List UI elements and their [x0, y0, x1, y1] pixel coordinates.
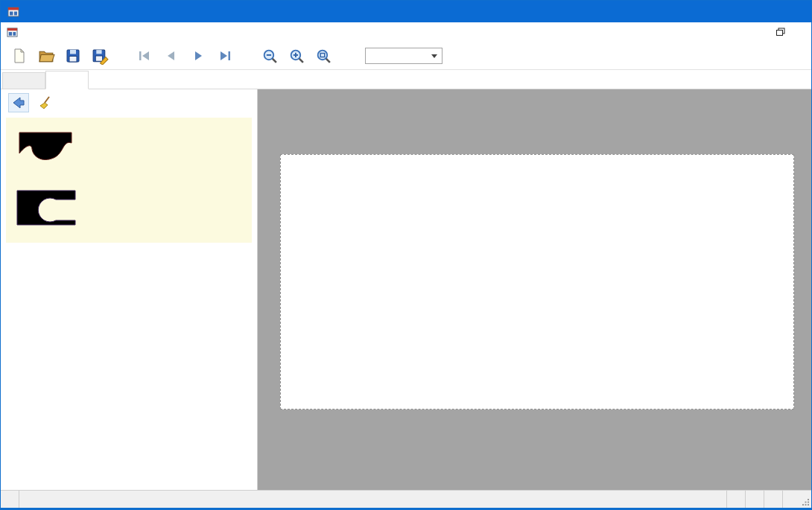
next-arrow-icon: [190, 48, 206, 64]
save-icon: [65, 48, 81, 64]
grip-icon: [802, 499, 810, 506]
plate[interactable]: [280, 154, 794, 409]
broom-icon: [38, 95, 53, 110]
mdi-minimize-button[interactable]: [752, 25, 768, 40]
previous-arrow-icon: [163, 48, 180, 64]
mdi-restore-button[interactable]: [771, 25, 787, 40]
new-button[interactable]: [8, 45, 31, 67]
status-size: [745, 491, 764, 508]
tab-drawings[interactable]: [45, 71, 89, 89]
menu-nest[interactable]: [75, 29, 89, 36]
tab-plates[interactable]: [2, 72, 45, 89]
last-arrow-icon: [217, 48, 233, 64]
mdi-window-controls: [752, 25, 811, 40]
save-as-icon: [92, 48, 109, 65]
zoom-in-button[interactable]: [285, 45, 308, 67]
menubar: [1, 22, 811, 42]
status-mode: [1, 491, 19, 508]
app-window: [0, 0, 812, 510]
document-icon: [7, 27, 18, 38]
titlebar: [1, 1, 811, 22]
menu-view[interactable]: [48, 29, 62, 36]
engine-select[interactable]: [365, 48, 443, 64]
zoom-fit-icon: [315, 48, 332, 65]
drawing-list: [6, 118, 252, 243]
back-arrow-icon: [11, 95, 26, 110]
resize-grip[interactable]: [801, 491, 811, 508]
minimize-button[interactable]: [708, 1, 743, 22]
auto-nest-button[interactable]: [448, 52, 463, 60]
purple-part-shape: [14, 186, 78, 229]
main-area: [1, 89, 811, 490]
zoom-out-button[interactable]: [258, 45, 281, 67]
nest-canvas[interactable]: [258, 89, 811, 490]
chevron-down-icon: [431, 54, 437, 58]
tabstrip: [1, 70, 811, 89]
zoom-out-icon: [261, 48, 279, 65]
save-as-button[interactable]: [89, 45, 111, 67]
drawing-item-uhmw-guide[interactable]: [10, 183, 247, 229]
maximize-button[interactable]: [743, 1, 777, 22]
status-location: [19, 491, 37, 508]
last-plate-button[interactable]: [214, 45, 236, 67]
menu-plate[interactable]: [89, 29, 102, 36]
first-arrow-icon: [136, 48, 153, 64]
drawing-item-extraction-pipe-holder[interactable]: [10, 125, 247, 171]
restore-icon: [776, 30, 783, 36]
zoom-in-icon: [288, 48, 305, 65]
zoom-fit-button[interactable]: [312, 45, 334, 67]
statusbar: [1, 490, 811, 508]
menu-edit[interactable]: [35, 29, 48, 36]
mdi-close-button[interactable]: [790, 25, 807, 40]
menu-window[interactable]: [102, 29, 115, 36]
new-file-icon: [11, 48, 28, 64]
status-qty: [764, 491, 782, 508]
toolbar: [1, 42, 811, 70]
status-gpu: [782, 491, 801, 508]
close-button[interactable]: [777, 1, 811, 22]
clear-drawings-button[interactable]: [35, 93, 56, 112]
menu-tools[interactable]: [62, 29, 75, 36]
next-plate-button[interactable]: [187, 45, 209, 67]
open-button[interactable]: [35, 45, 57, 67]
previous-plate-button[interactable]: [160, 45, 183, 67]
status-plate: [726, 491, 745, 508]
part-thumbnail: [10, 183, 82, 229]
sidebar-drawings-panel: [1, 89, 258, 490]
open-folder-icon: [38, 48, 55, 65]
part-thumbnail: [10, 125, 82, 171]
remnants-button[interactable]: [469, 52, 484, 60]
sidebar-toolbar: [1, 89, 257, 116]
import-drawing-button[interactable]: [8, 93, 29, 112]
first-plate-button[interactable]: [133, 45, 156, 67]
window-controls: [708, 1, 811, 22]
save-button[interactable]: [62, 45, 84, 67]
app-icon: [7, 6, 19, 18]
statusbar-right: [726, 491, 811, 508]
menu-file[interactable]: [22, 29, 35, 36]
red-part-shape: [16, 128, 76, 171]
